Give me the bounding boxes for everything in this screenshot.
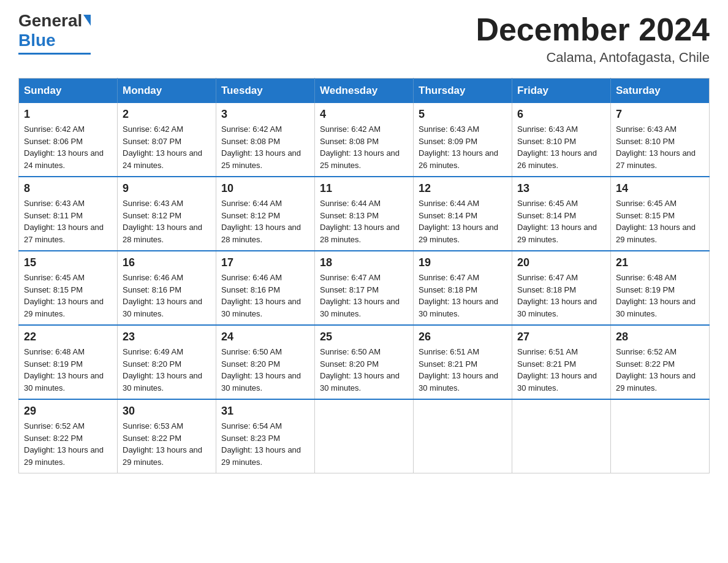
day-number: 19 (419, 256, 507, 269)
day-info: Sunrise: 6:47 AMSunset: 8:18 PMDaylight:… (517, 273, 597, 318)
day-info: Sunrise: 6:51 AMSunset: 8:21 PMDaylight:… (517, 347, 597, 393)
calendar-cell: 29 Sunrise: 6:52 AMSunset: 8:22 PMDaylig… (19, 399, 118, 473)
day-number: 28 (616, 331, 704, 343)
day-info: Sunrise: 6:46 AMSunset: 8:16 PMDaylight:… (123, 273, 202, 318)
day-number: 6 (517, 108, 605, 121)
calendar-cell: 3 Sunrise: 6:42 AMSunset: 8:08 PMDayligh… (216, 103, 315, 177)
calendar-cell: 21 Sunrise: 6:48 AMSunset: 8:19 PMDaylig… (611, 251, 710, 325)
calendar-cell: 4 Sunrise: 6:42 AMSunset: 8:08 PMDayligh… (315, 103, 414, 177)
calendar-cell: 27 Sunrise: 6:51 AMSunset: 8:21 PMDaylig… (512, 325, 611, 399)
day-number: 15 (24, 256, 112, 269)
calendar-table: SundayMondayTuesdayWednesdayThursdayFrid… (18, 78, 710, 473)
day-info: Sunrise: 6:42 AMSunset: 8:07 PMDaylight:… (123, 124, 202, 170)
calendar-cell: 26 Sunrise: 6:51 AMSunset: 8:21 PMDaylig… (414, 325, 512, 399)
day-number: 13 (517, 182, 605, 195)
calendar-week-2: 8 Sunrise: 6:43 AMSunset: 8:11 PMDayligh… (19, 177, 710, 251)
weekday-header-saturday: Saturday (611, 79, 710, 104)
day-info: Sunrise: 6:50 AMSunset: 8:20 PMDaylight:… (320, 347, 400, 393)
day-info: Sunrise: 6:43 AMSunset: 8:12 PMDaylight:… (123, 199, 202, 244)
day-info: Sunrise: 6:44 AMSunset: 8:13 PMDaylight:… (320, 199, 400, 244)
calendar-cell: 20 Sunrise: 6:47 AMSunset: 8:18 PMDaylig… (512, 251, 611, 325)
calendar-cell: 7 Sunrise: 6:43 AMSunset: 8:10 PMDayligh… (611, 103, 710, 177)
logo-text: General (18, 12, 91, 29)
logo-underline (18, 53, 91, 55)
weekday-header-monday: Monday (118, 79, 216, 104)
day-number: 23 (123, 331, 211, 343)
day-info: Sunrise: 6:50 AMSunset: 8:20 PMDaylight:… (221, 347, 301, 393)
calendar-cell: 10 Sunrise: 6:44 AMSunset: 8:12 PMDaylig… (216, 177, 315, 251)
calendar-subtitle: Calama, Antofagasta, Chile (476, 50, 710, 66)
calendar-cell: 22 Sunrise: 6:48 AMSunset: 8:19 PMDaylig… (19, 325, 118, 399)
calendar-cell: 5 Sunrise: 6:43 AMSunset: 8:09 PMDayligh… (414, 103, 512, 177)
day-info: Sunrise: 6:44 AMSunset: 8:14 PMDaylight:… (419, 199, 498, 244)
day-info: Sunrise: 6:46 AMSunset: 8:16 PMDaylight:… (221, 273, 301, 318)
day-number: 11 (320, 182, 408, 195)
title-section: December 2024 Calama, Antofagasta, Chile (476, 12, 710, 66)
day-info: Sunrise: 6:45 AMSunset: 8:15 PMDaylight:… (616, 199, 696, 244)
calendar-cell: 12 Sunrise: 6:44 AMSunset: 8:14 PMDaylig… (414, 177, 512, 251)
day-info: Sunrise: 6:44 AMSunset: 8:12 PMDaylight:… (221, 199, 301, 244)
calendar-header: SundayMondayTuesdayWednesdayThursdayFrid… (19, 79, 710, 104)
calendar-cell: 18 Sunrise: 6:47 AMSunset: 8:17 PMDaylig… (315, 251, 414, 325)
day-info: Sunrise: 6:43 AMSunset: 8:10 PMDaylight:… (616, 124, 696, 170)
day-info: Sunrise: 6:52 AMSunset: 8:22 PMDaylight:… (24, 421, 104, 467)
day-number: 10 (221, 182, 309, 195)
day-number: 20 (517, 256, 605, 269)
day-number: 21 (616, 256, 704, 269)
day-number: 8 (24, 182, 112, 195)
weekday-header-sunday: Sunday (19, 79, 118, 104)
day-number: 24 (221, 331, 309, 343)
day-info: Sunrise: 6:45 AMSunset: 8:15 PMDaylight:… (24, 273, 104, 318)
day-number: 29 (24, 405, 112, 418)
calendar-cell: 11 Sunrise: 6:44 AMSunset: 8:13 PMDaylig… (315, 177, 414, 251)
day-number: 4 (320, 108, 408, 121)
day-info: Sunrise: 6:42 AMSunset: 8:06 PMDaylight:… (24, 124, 104, 170)
calendar-cell (414, 399, 512, 473)
day-number: 1 (24, 108, 112, 121)
day-number: 12 (419, 182, 507, 195)
day-number: 27 (517, 331, 605, 343)
calendar-cell (611, 399, 710, 473)
day-number: 31 (221, 405, 309, 418)
day-number: 26 (419, 331, 507, 343)
day-info: Sunrise: 6:47 AMSunset: 8:18 PMDaylight:… (419, 273, 498, 318)
day-number: 5 (419, 108, 507, 121)
day-info: Sunrise: 6:52 AMSunset: 8:22 PMDaylight:… (616, 347, 696, 393)
calendar-body: 1 Sunrise: 6:42 AMSunset: 8:06 PMDayligh… (19, 103, 710, 473)
calendar-cell: 15 Sunrise: 6:45 AMSunset: 8:15 PMDaylig… (19, 251, 118, 325)
calendar-week-1: 1 Sunrise: 6:42 AMSunset: 8:06 PMDayligh… (19, 103, 710, 177)
weekday-header-thursday: Thursday (414, 79, 512, 104)
day-number: 2 (123, 108, 211, 121)
logo-blue-text: Blue (18, 31, 56, 50)
weekday-header-row: SundayMondayTuesdayWednesdayThursdayFrid… (19, 79, 710, 104)
calendar-week-3: 15 Sunrise: 6:45 AMSunset: 8:15 PMDaylig… (19, 251, 710, 325)
calendar-cell: 2 Sunrise: 6:42 AMSunset: 8:07 PMDayligh… (118, 103, 216, 177)
day-number: 30 (123, 405, 211, 418)
calendar-cell: 30 Sunrise: 6:53 AMSunset: 8:22 PMDaylig… (118, 399, 216, 473)
logo: General Blue (18, 12, 91, 55)
calendar-week-4: 22 Sunrise: 6:48 AMSunset: 8:19 PMDaylig… (19, 325, 710, 399)
calendar-cell: 28 Sunrise: 6:52 AMSunset: 8:22 PMDaylig… (611, 325, 710, 399)
page-header: General Blue December 2024 Calama, Antof… (18, 12, 710, 66)
calendar-cell: 24 Sunrise: 6:50 AMSunset: 8:20 PMDaylig… (216, 325, 315, 399)
day-info: Sunrise: 6:54 AMSunset: 8:23 PMDaylight:… (221, 421, 301, 467)
day-info: Sunrise: 6:42 AMSunset: 8:08 PMDaylight:… (320, 124, 400, 170)
calendar-cell: 9 Sunrise: 6:43 AMSunset: 8:12 PMDayligh… (118, 177, 216, 251)
day-info: Sunrise: 6:49 AMSunset: 8:20 PMDaylight:… (123, 347, 202, 393)
day-info: Sunrise: 6:53 AMSunset: 8:22 PMDaylight:… (123, 421, 202, 467)
day-number: 25 (320, 331, 408, 343)
day-info: Sunrise: 6:43 AMSunset: 8:09 PMDaylight:… (419, 124, 498, 170)
calendar-cell (315, 399, 414, 473)
day-number: 18 (320, 256, 408, 269)
day-number: 16 (123, 256, 211, 269)
calendar-cell: 19 Sunrise: 6:47 AMSunset: 8:18 PMDaylig… (414, 251, 512, 325)
day-info: Sunrise: 6:42 AMSunset: 8:08 PMDaylight:… (221, 124, 301, 170)
weekday-header-wednesday: Wednesday (315, 79, 414, 104)
calendar-cell: 17 Sunrise: 6:46 AMSunset: 8:16 PMDaylig… (216, 251, 315, 325)
day-number: 3 (221, 108, 309, 121)
day-info: Sunrise: 6:48 AMSunset: 8:19 PMDaylight:… (616, 273, 696, 318)
calendar-cell: 16 Sunrise: 6:46 AMSunset: 8:16 PMDaylig… (118, 251, 216, 325)
day-number: 14 (616, 182, 704, 195)
calendar-cell: 8 Sunrise: 6:43 AMSunset: 8:11 PMDayligh… (19, 177, 118, 251)
calendar-week-5: 29 Sunrise: 6:52 AMSunset: 8:22 PMDaylig… (19, 399, 710, 473)
